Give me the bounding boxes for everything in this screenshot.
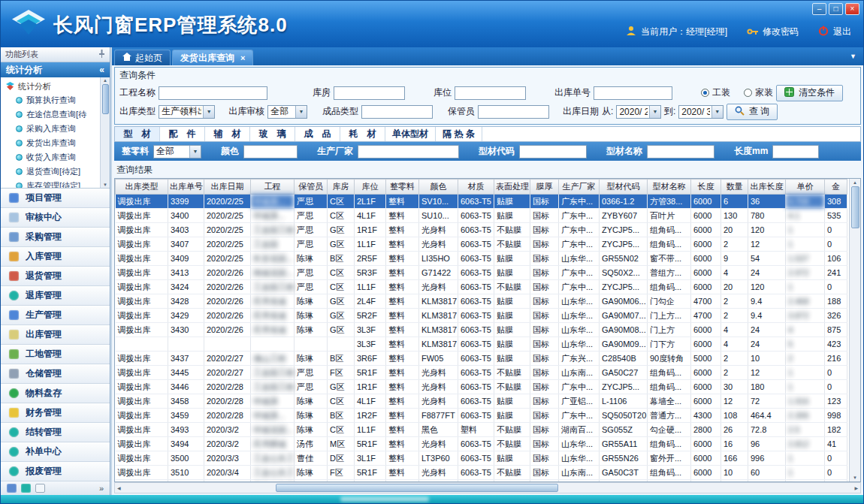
table-row[interactable]: 调拨出库34942020/3/2石湾辉城汤伟M区5R1F整料光身料6063-T5… [116,437,847,451]
material-tab[interactable]: 隔 热 条 [436,127,482,141]
clear-conditions-button[interactable]: 清空条件 [776,85,843,101]
column-header[interactable]: 型材名称 [648,180,691,195]
column-header[interactable]: 型材代码 [600,180,648,195]
sidebar-item-结转管理[interactable]: 结转管理 [1,423,110,442]
column-header[interactable]: 出库长度 [748,180,786,195]
tree-item[interactable]: 在途信息查询[待 [6,107,99,122]
sidebar-item-工地管理[interactable]: 工地管理 [1,345,110,364]
column-header[interactable]: 颜色 [419,180,458,195]
logout-link[interactable]: 退出 [833,26,851,38]
material-tab[interactable]: 配 件 [160,127,205,141]
table-row[interactable]: 调拨出库34582020/2/28华城源陈琳C区4L1F整料光身料6063-T5… [116,394,847,409]
tab-shipment-outbound-query[interactable]: 发货出库查询 × [172,50,253,65]
table-row[interactable]: 调拨出库34302020/2/26石湾名城陈琳G区3L3F整料KLM381760… [116,323,847,337]
material-tab[interactable]: 单体型材 [385,127,436,141]
table-row[interactable]: 调拨出库34032020/2/25工业园工程严思G区1R1F整料光身料6063-… [116,223,847,237]
table-row[interactable]: 调拨出库34282020/2/26石湾名城陈琳G区2L4F整料KLM381760… [116,294,847,309]
table-row[interactable]: 调拨出库35102020/3/4工业公共工程陈琳F区5R1F整料光身料6063-… [116,466,847,480]
keeper-input[interactable] [478,105,549,119]
column-header[interactable]: 单价 [786,180,825,195]
material-tab[interactable]: 成 品 [295,127,340,141]
collapse-icon[interactable]: « [99,65,104,75]
sidebar-item-仓储管理[interactable]: 仓储管理 [1,364,110,384]
search-button[interactable]: 查 询 [727,104,778,120]
maximize-button[interactable]: □ [829,3,843,15]
close-button[interactable]: × [845,3,859,15]
date-to-picker[interactable]: 2020/ 3/16 ▼ [678,105,723,119]
sidebar-item-项目管理[interactable]: 项目管理 [1,189,110,208]
sidebar-item-退货管理[interactable]: 退货管理 [1,267,110,286]
close-tab-icon[interactable]: × [240,54,245,62]
toolbar-icon-1[interactable] [7,484,17,493]
radio-gongzhuang[interactable] [701,89,709,97]
zhengling-select[interactable]: 全部 ▼ [153,145,201,158]
column-header[interactable]: 数量 [721,180,748,195]
scroll-right-icon[interactable]: ▶ [854,485,858,490]
column-header[interactable]: 保管员 [295,180,328,195]
toolbar-icon-2[interactable] [21,484,31,493]
column-header[interactable]: 生产厂家 [559,180,600,195]
material-tab[interactable]: 辅 材 [205,127,250,141]
audit-select[interactable]: 全部 ▼ [267,105,307,119]
column-header[interactable]: 整零料 [386,180,419,195]
table-row[interactable]: 调拨出库34452020/2/27工业园工程严思F区5R1F整料光身料6063-… [116,366,847,380]
tree-item[interactable]: 收货入库查询 [6,150,99,164]
change-password-link[interactable]: 修改密码 [763,26,799,38]
column-header[interactable]: 金 [825,180,847,195]
column-header[interactable]: 材质 [458,180,494,195]
scroll-down-icon[interactable]: ▼ [103,183,107,187]
sidebar-item-报废管理[interactable]: 报废管理 [1,462,110,481]
table-row[interactable]: 调拨出库34002020/2/25华城源...严思C区4L1F整料SU10...… [116,209,847,223]
sidebar-item-退库管理[interactable]: 退库管理 [1,286,110,306]
profile-name-input[interactable] [647,145,714,158]
out-type-select[interactable]: 生产领料出库 ▼ [159,105,215,119]
radio-jiazhuang[interactable] [744,89,752,97]
table-row[interactable]: 调拨出库34292020/2/26石湾名城陈琳G区5R2F整料KLM381760… [116,309,847,323]
tree-root[interactable]: 统计分析 [6,80,99,93]
table-row[interactable]: 调拨出库34932020/3/2华城花园...陈琳C区1L1F整料黑色塑料不贴膜… [116,423,847,437]
date-from-picker[interactable]: 2020/ 2/16 ▼ [616,105,660,119]
column-header[interactable]: 出库日期 [204,180,251,195]
minimize-button[interactable]: – [812,3,826,15]
column-header[interactable]: 表面处理 [494,180,530,195]
toolbar-more-icon[interactable]: » [99,484,104,493]
toolbar-icon-3[interactable] [35,484,45,493]
material-tab[interactable]: 型 材 [115,127,160,141]
tree-item[interactable]: 预算执行查询 [6,93,99,107]
table-row[interactable]: 3L3F整料KLM38176063-T5贴膜国标山东华...GA90M09...… [116,337,847,352]
table-row[interactable]: 调拨出库35002020/3/3工业公共工程曹佳D区3L1F整料LT3P6060… [116,451,847,466]
tree-item[interactable]: 采购入库查询 [6,122,99,136]
column-header[interactable]: 出库单号 [168,180,204,195]
sidebar-item-物料盘存[interactable]: 物料盘存 [1,384,110,403]
material-tab[interactable]: 玻 璃 [250,127,295,141]
sidebar-item-出库管理[interactable]: 出库管理 [1,325,110,345]
column-header[interactable]: 库房 [328,180,355,195]
order-no-input[interactable] [594,86,672,100]
tab-list-dropdown-icon[interactable]: ▼ [850,53,856,60]
column-header[interactable]: 工程 [251,180,295,195]
scroll-up-icon[interactable]: ▲ [103,78,107,83]
product-type-input[interactable] [361,105,433,119]
scroll-thumb[interactable] [102,84,109,114]
pin-icon[interactable] [98,50,105,59]
scroll-up-icon[interactable]: ▲ [853,180,857,185]
sidebar-item-生产管理[interactable]: 生产管理 [1,306,110,325]
horizontal-scrollbar[interactable]: ◀ ▶ [114,482,861,493]
table-row[interactable]: 调拨出库34372020/2/27佛山工程陈琳B区3R6F整料FW056063-… [116,352,847,366]
table-row[interactable]: 调拨出库34592020/2/28华城源...陈琳B区1R2F整料F8877FT… [116,409,847,423]
column-header[interactable]: 膜厚 [530,180,559,195]
tree-item[interactable]: 库存管理[待定] [6,179,99,189]
material-tab[interactable]: 耗 材 [340,127,385,141]
tab-start-page[interactable]: 起始页 [114,50,171,65]
scroll-thumb[interactable] [851,186,859,228]
sidebar-item-审核中心[interactable]: 审核中心 [1,208,110,228]
table-row[interactable]: 调拨出库34462020/2/28工业园工程严思G区1R1F整料光身料6063-… [116,380,847,394]
vertical-scrollbar[interactable]: ▲ ▼ [849,179,860,481]
tree-item[interactable]: 退货查询[待定] [6,164,99,179]
project-name-input[interactable] [159,86,267,100]
sidebar-item-入库管理[interactable]: 入库管理 [1,247,110,267]
color-input[interactable] [243,145,298,158]
table-row[interactable]: 调拨出库34132020/2/26南城花园...严思C区5R3F整料G71422… [116,266,847,280]
column-header[interactable]: 库位 [355,180,386,195]
sidebar-item-财务管理[interactable]: 财务管理 [1,403,110,423]
